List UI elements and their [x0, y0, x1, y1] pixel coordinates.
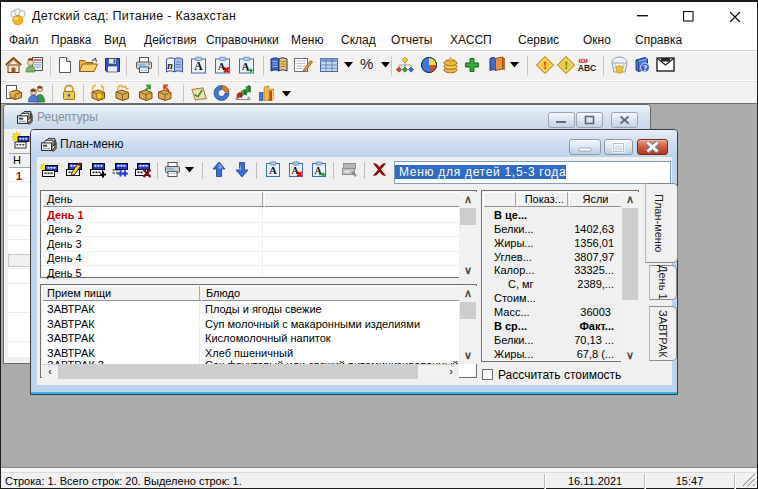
svg-text:✖: ✖: [223, 65, 230, 75]
svg-text:n: n: [167, 60, 173, 71]
svg-text:А: А: [194, 60, 203, 72]
svg-text:✖: ✖: [296, 170, 303, 179]
svg-text:?: ?: [643, 63, 647, 73]
svg-text:А: А: [242, 61, 250, 72]
svg-text:А: А: [269, 164, 277, 176]
svg-text:!: !: [564, 59, 568, 71]
svg-text:!: !: [543, 59, 547, 71]
